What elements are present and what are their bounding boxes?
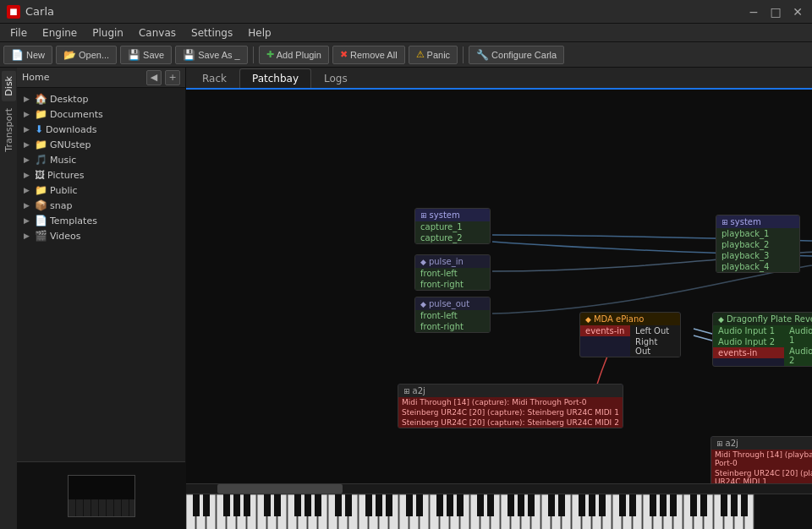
tree-item-public[interactable]: ▶ 📁 Public — [17, 183, 185, 198]
titlebar: ■ Carla − □ ✕ — [0, 0, 812, 24]
canvas-hscroll[interactable] — [186, 483, 812, 494]
remove-all-button[interactable]: ✖ Remove All — [332, 46, 405, 64]
port-pulse-in-frontright[interactable]: front-right — [415, 279, 490, 290]
new-button[interactable]: 📄 New — [3, 46, 52, 64]
port-mda-right-out[interactable]: Right Out — [630, 336, 680, 357]
configure-button[interactable]: 🔧 Configure Carla — [469, 46, 564, 64]
sidebar-vertical-tabs: Disk Transport — [0, 68, 17, 529]
preview-thumbnail — [68, 475, 135, 517]
window-title: Carla — [25, 5, 54, 18]
port-a2j-cap-midithrough[interactable]: Midi Through [14] (capture): Midi Throug… — [398, 397, 623, 407]
right-panel: Rack Patchbay Logs — [186, 68, 812, 529]
save-button[interactable]: 💾 Save — [120, 46, 172, 64]
port-playback1[interactable]: playback_1 — [716, 228, 799, 239]
node-pulse-out[interactable]: ◆ pulse_out front-left front-right — [414, 297, 491, 333]
port-drag-events-in[interactable]: events-in — [713, 347, 784, 358]
node-a2j-playback[interactable]: ⊞ a2j Midi Through [14] (playback): Midi… — [710, 436, 812, 483]
node-title-system-in: ⊞ system — [415, 209, 490, 221]
open-button[interactable]: 📂 Open... — [56, 46, 117, 64]
tree-item-videos[interactable]: ▶ 🎬 Videos — [17, 228, 185, 243]
port-capture1[interactable]: capture_1 — [415, 221, 490, 232]
tree-item-music[interactable]: ▶ 🎵 Music — [17, 152, 185, 167]
node-system-out[interactable]: ⊞ system playback_1 playback_2 playback_… — [716, 215, 800, 273]
node-title-system-out: ⊞ system — [716, 215, 799, 228]
hscroll-thumb[interactable] — [217, 484, 343, 494]
port-drag-audio-in-2[interactable]: Audio Input 2 — [713, 336, 784, 347]
port-drag-audio-in-1[interactable]: Audio Input 1 — [713, 325, 784, 336]
port-pulse-out-frontleft[interactable]: front-left — [415, 310, 490, 321]
port-drag-audio-out-1[interactable]: Audio Output 1 — [784, 325, 812, 346]
sidebar-home-label: Home — [22, 72, 143, 83]
sidebar: Disk Transport Home ◀ + ▶ 🏠 Desktop ▶ — [0, 68, 186, 529]
node-title-pulse-in: ◆ pulse_in — [415, 255, 490, 268]
toolbar-separator-1 — [253, 46, 254, 63]
toolbar-separator-2 — [463, 46, 464, 63]
menu-file[interactable]: File — [3, 25, 34, 41]
port-playback4[interactable]: playback_4 — [716, 261, 799, 272]
port-a2j-cap-ur24c-midi2[interactable]: Steinberg UR24C [20] (capture): Steinber… — [398, 417, 623, 428]
port-drag-audio-out-2[interactable]: Audio Output 2 — [784, 346, 812, 366]
remove-icon: ✖ — [340, 49, 348, 60]
new-icon: 📄 — [11, 49, 24, 61]
tree-item-downloads[interactable]: ▶ ⬇ Downloads — [17, 122, 185, 137]
tab-bar: Rack Patchbay Logs — [186, 68, 812, 90]
tree-item-desktop[interactable]: ▶ 🏠 Desktop — [17, 91, 185, 106]
sidebar-content: Home ◀ + ▶ 🏠 Desktop ▶ 📁 Documents — [17, 68, 185, 529]
port-playback3[interactable]: playback_3 — [716, 250, 799, 261]
titlebar-controls: − □ ✕ — [746, 4, 805, 19]
node-system-in[interactable]: ⊞ system capture_1 capture_2 — [414, 208, 491, 244]
tab-disk[interactable]: Disk — [2, 71, 16, 101]
node-a2j-capture[interactable]: ⊞ a2j Midi Through [14] (capture): Midi … — [398, 384, 623, 428]
close-button[interactable]: ✕ — [790, 4, 805, 19]
menu-engine[interactable]: Engine — [36, 25, 84, 41]
sidebar-add-btn[interactable]: + — [165, 70, 180, 85]
tree-item-templates[interactable]: ▶ 📄 Templates — [17, 213, 185, 228]
tree-item-documents[interactable]: ▶ 📁 Documents — [17, 106, 185, 122]
node-title-a2j-cap: ⊞ a2j — [398, 384, 623, 397]
port-playback2[interactable]: playback_2 — [716, 239, 799, 250]
save-as-button[interactable]: 💾 Save As _ — [175, 46, 248, 64]
tab-rack[interactable]: Rack — [189, 68, 239, 88]
menu-settings[interactable]: Settings — [184, 25, 239, 41]
tree-item-pictures[interactable]: ▶ 🖼 Pictures — [17, 167, 185, 183]
configure-icon: 🔧 — [476, 49, 489, 61]
tree-item-snap[interactable]: ▶ 📦 snap — [17, 198, 185, 213]
panic-button[interactable]: ⚠ Panic — [409, 46, 458, 64]
piano-keyboard — [186, 494, 812, 529]
tab-transport[interactable]: Transport — [2, 103, 16, 157]
file-tree: ▶ 🏠 Desktop ▶ 📁 Documents ▶ ⬇ Downloads — [17, 88, 185, 461]
port-mda-left-out[interactable]: Left Out — [630, 325, 680, 336]
port-a2j-play-midithrough[interactable]: Midi Through [14] (playback): Midi Throu… — [711, 450, 812, 468]
port-mda-events-in[interactable]: events-in — [580, 325, 630, 336]
node-dragonfly[interactable]: ◆ Dragonfly Plate Reverb Audio Input 1 A… — [712, 312, 812, 367]
save-icon: 💾 — [128, 49, 140, 61]
tab-logs[interactable]: Logs — [311, 68, 360, 88]
main-area: Disk Transport Home ◀ + ▶ 🏠 Desktop ▶ — [0, 68, 812, 529]
node-pulse-in[interactable]: ◆ pulse_in front-left front-right — [414, 254, 491, 291]
port-a2j-cap-ur24c-midi1[interactable]: Steinberg UR24C [20] (capture): Steinber… — [398, 407, 623, 417]
save-as-icon: 💾 — [183, 49, 195, 61]
maximize-button[interactable]: □ — [768, 4, 783, 19]
port-a2j-play-ur24c-midi1[interactable]: Steinberg UR24C [20] (playback): Steinbe… — [711, 468, 812, 483]
tab-patchbay[interactable]: Patchbay — [239, 68, 311, 88]
node-title-dragonfly: ◆ Dragonfly Plate Reverb — [713, 313, 812, 325]
menu-canvas[interactable]: Canvas — [132, 25, 183, 41]
sidebar-preview — [17, 461, 185, 529]
node-title-mda: ◆ MDA ePiano — [580, 313, 680, 325]
port-pulse-out-frontright[interactable]: front-right — [415, 321, 490, 332]
port-capture2[interactable]: capture_2 — [415, 232, 490, 243]
minimize-button[interactable]: − — [746, 4, 761, 19]
node-mda-epiano[interactable]: ◆ MDA ePiano events-in Left Out Right Ou… — [579, 312, 681, 357]
sidebar-nav-back[interactable]: ◀ — [146, 70, 162, 85]
open-icon: 📂 — [63, 49, 76, 61]
sidebar-header: Home ◀ + — [17, 68, 185, 88]
panic-icon: ⚠ — [416, 49, 425, 60]
tree-item-gnustep[interactable]: ▶ 📁 GNUstep — [17, 137, 185, 152]
app-icon: ■ — [7, 5, 20, 19]
menu-plugin[interactable]: Plugin — [85, 25, 130, 41]
add-plugin-button[interactable]: ✚ Add Plugin — [259, 46, 329, 64]
menu-help[interactable]: Help — [241, 25, 277, 41]
toolbar: 📄 New 📂 Open... 💾 Save 💾 Save As _ ✚ Add… — [0, 42, 812, 68]
port-pulse-in-frontleft[interactable]: front-left — [415, 268, 490, 279]
patchbay-canvas[interactable]: ⊞ system capture_1 capture_2 ⊞ system pl… — [186, 90, 812, 483]
